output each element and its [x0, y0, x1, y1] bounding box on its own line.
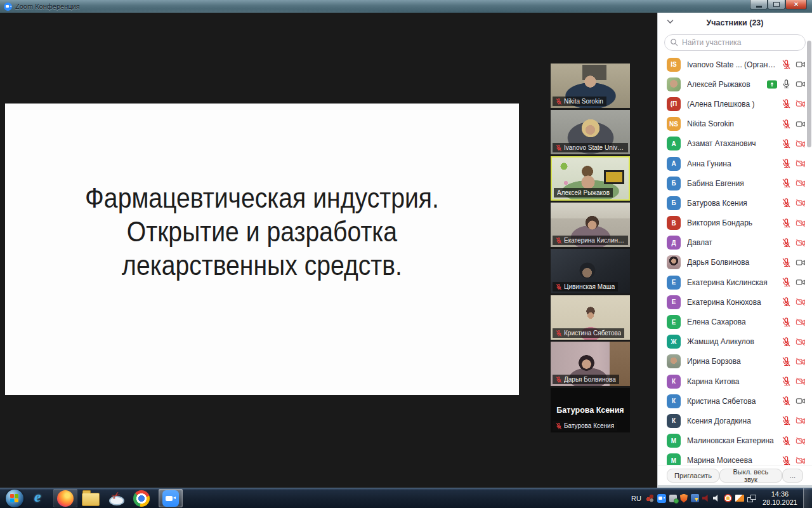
camera-on-icon[interactable]	[796, 396, 806, 406]
tray-volume-icon[interactable]	[713, 495, 721, 502]
maximize-button[interactable]	[768, 0, 785, 10]
participant-row[interactable]: А Анна Гунина	[658, 154, 812, 173]
tray-network-icon[interactable]	[747, 495, 756, 502]
tray-app-indicator-icon[interactable]	[646, 494, 654, 502]
mic-on-icon[interactable]	[782, 79, 791, 89]
taskbar-app-firefox[interactable]	[53, 489, 77, 507]
mic-muted-icon[interactable]	[782, 277, 791, 287]
tray-zoom-icon[interactable]	[657, 494, 666, 503]
minimize-button[interactable]	[750, 0, 768, 10]
camera-on-icon[interactable]	[796, 119, 806, 129]
scrollbar-thumb[interactable]	[807, 41, 811, 147]
participant-row[interactable]: Е Екатерина Кислинская	[658, 272, 812, 292]
participant-row[interactable]: М Малиновская Екатерина	[658, 431, 812, 451]
mic-muted-icon[interactable]	[782, 198, 791, 208]
mic-muted-icon[interactable]	[782, 99, 791, 109]
show-desktop-button[interactable]	[803, 488, 812, 508]
participant-row[interactable]: К Карина Китова	[658, 371, 812, 391]
chevron-down-icon[interactable]	[667, 19, 674, 24]
mic-muted-icon[interactable]	[782, 218, 791, 228]
participant-row[interactable]: Б Батурова Ксения	[658, 193, 812, 213]
invite-button[interactable]: Пригласить	[667, 469, 719, 483]
participant-row[interactable]: Ирина Борзова	[658, 352, 812, 371]
camera-off-icon[interactable]	[796, 377, 806, 386]
participant-row[interactable]: Б Бабина Евгения	[658, 173, 812, 193]
mic-muted-icon[interactable]	[782, 396, 791, 406]
video-tile[interactable]: Батурова Ксения Батурова Ксения	[551, 388, 630, 432]
mic-muted-icon[interactable]	[782, 416, 791, 425]
mic-muted-icon[interactable]	[782, 436, 791, 446]
camera-off-icon[interactable]	[796, 99, 806, 109]
participant-row[interactable]: Дарья Болвинова	[658, 253, 812, 272]
taskbar-app-chrome[interactable]	[129, 489, 154, 507]
camera-off-icon[interactable]	[796, 159, 806, 168]
participant-row[interactable]: Е Екатерина Конюхова	[658, 292, 812, 312]
camera-on-icon[interactable]	[796, 258, 806, 267]
video-tile[interactable]: Кристина Сябетова	[551, 295, 630, 340]
taskbar-app-internet-explorer[interactable]	[28, 489, 52, 507]
camera-off-icon[interactable]	[796, 178, 806, 188]
taskbar-clock[interactable]: 14:36 28.10.2021	[763, 490, 797, 507]
mic-muted-icon[interactable]	[782, 377, 791, 386]
participant-row[interactable]: В Виктория Бондарь	[658, 213, 812, 233]
mic-muted-icon[interactable]	[782, 337, 791, 347]
camera-off-icon[interactable]	[796, 436, 806, 446]
participant-row[interactable]: Ж Жамшид Аликулов	[658, 332, 812, 352]
participant-row[interactable]: IS Ivanovo State ... (Организатор, я)	[658, 55, 812, 74]
camera-on-icon[interactable]	[796, 60, 806, 69]
tray-update-icon[interactable]	[691, 494, 699, 502]
window-titlebar[interactable]: Zoom Конференция	[0, 0, 812, 13]
mic-muted-icon[interactable]	[782, 357, 791, 366]
participant-row[interactable]: К Ксения Догадкина	[658, 411, 812, 431]
camera-off-icon[interactable]	[796, 218, 806, 228]
mic-muted-icon[interactable]	[782, 178, 791, 188]
camera-off-icon[interactable]	[796, 416, 806, 425]
video-tile[interactable]: Цивинская Маша	[551, 249, 630, 293]
participant-row[interactable]: К Кристина Сябетова	[658, 391, 812, 411]
camera-off-icon[interactable]	[796, 318, 806, 327]
camera-off-icon[interactable]	[796, 456, 806, 465]
video-tile[interactable]: Дарья Болвинова	[551, 342, 630, 386]
taskbar-app-snipping-tool[interactable]	[104, 489, 128, 507]
mute-all-button[interactable]: Выкл. весь звук	[719, 469, 782, 483]
participant-row[interactable]: NS Nikita Sorokin	[658, 114, 812, 134]
taskbar-app-zoom[interactable]	[159, 489, 183, 507]
mic-muted-icon[interactable]	[782, 297, 791, 307]
camera-on-icon[interactable]	[796, 79, 806, 89]
participant-row[interactable]: Е Елена Сахарова	[658, 312, 812, 331]
mic-muted-icon[interactable]	[782, 456, 791, 465]
close-button[interactable]	[785, 0, 807, 10]
video-tile[interactable]: Nikita Sorokin	[551, 64, 630, 108]
mic-muted-icon[interactable]	[782, 119, 791, 129]
camera-off-icon[interactable]	[796, 337, 806, 347]
mic-muted-icon[interactable]	[782, 318, 791, 327]
camera-off-icon[interactable]	[796, 238, 806, 248]
camera-off-icon[interactable]	[796, 357, 806, 366]
mic-muted-icon[interactable]	[782, 60, 791, 69]
tray-usb-eject-icon[interactable]	[669, 495, 677, 502]
participant-row[interactable]: Д Давлат	[658, 233, 812, 253]
participant-row[interactable]: А Азамат Атаханович	[658, 134, 812, 154]
camera-off-icon[interactable]	[796, 297, 806, 307]
participant-row[interactable]: (П (Алена Плешкова )	[658, 94, 812, 114]
tray-recorder-icon[interactable]	[724, 494, 732, 502]
camera-off-icon[interactable]	[796, 198, 806, 208]
camera-on-icon[interactable]	[796, 277, 806, 287]
mic-muted-icon[interactable]	[782, 159, 791, 168]
participant-row[interactable]: М Марина Моисеева	[658, 451, 812, 465]
tray-antivirus-shield-icon[interactable]	[680, 494, 688, 503]
taskbar-app-windows-explorer[interactable]	[79, 489, 103, 507]
more-options-button[interactable]: ...	[782, 469, 803, 483]
camera-off-icon[interactable]	[796, 139, 806, 149]
mic-muted-icon[interactable]	[782, 258, 791, 267]
video-tile[interactable]: Ivanovo State Univers...	[551, 110, 630, 154]
tray-mail-icon[interactable]	[735, 495, 744, 502]
participant-row[interactable]: Алексей Рыжаков	[658, 74, 812, 94]
search-input[interactable]	[664, 34, 806, 51]
tray-mixer-muted-icon[interactable]	[702, 495, 710, 502]
start-button[interactable]	[3, 489, 27, 507]
mic-muted-icon[interactable]	[782, 238, 791, 248]
video-tile[interactable]: Алексей Рыжаков	[551, 156, 630, 201]
mic-muted-icon[interactable]	[782, 139, 791, 149]
language-indicator[interactable]: RU	[631, 495, 641, 502]
